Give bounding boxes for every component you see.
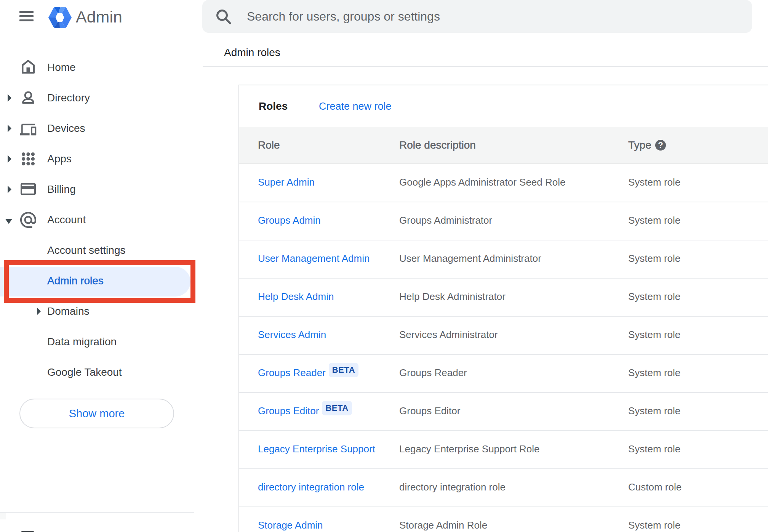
sidebar-item-directory[interactable]: Directory <box>0 83 194 113</box>
role-description-cell: Services Administrator <box>399 329 498 341</box>
table-row: Storage Admin Storage Admin Role System … <box>239 507 768 532</box>
beta-badge: BETA <box>322 401 352 415</box>
role-cell: directory integration role <box>258 481 364 493</box>
role-cell: Groups Editor BETA <box>258 404 352 418</box>
roles-card-header: Roles Create new role <box>239 85 768 127</box>
search-placeholder: Search for users, groups or settings <box>247 0 440 33</box>
expand-right-icon <box>8 125 11 132</box>
role-cell: Services Admin <box>258 329 326 341</box>
role-description-cell: Help Desk Administrator <box>399 291 506 303</box>
role-type-cell: System role <box>628 519 680 531</box>
apps-icon <box>22 152 35 165</box>
help-icon[interactable]: ? <box>655 140 666 151</box>
sidebar: Home Directory Devices Apps Billing Acco… <box>0 0 194 532</box>
role-link[interactable]: Super Admin <box>258 176 315 188</box>
sidebar-item-google-takeout[interactable]: Google Takeout <box>0 357 194 388</box>
role-cell: Legacy Enterprise Support <box>258 443 375 455</box>
devices-icon <box>20 123 37 135</box>
table-row: directory integration role directory int… <box>239 469 768 507</box>
sidebar-item-label: Directory <box>47 92 90 104</box>
sidebar-item-devices[interactable]: Devices <box>0 113 194 144</box>
role-type-cell: System role <box>628 215 680 226</box>
sidebar-item-account[interactable]: Account <box>0 205 194 235</box>
at-icon <box>20 212 36 228</box>
role-type-cell: System role <box>628 405 680 417</box>
table-row: Legacy Enterprise Support Legacy Enterpr… <box>239 431 768 469</box>
role-cell: Groups Admin <box>258 215 321 226</box>
scrollbar-corner <box>0 513 6 519</box>
beta-badge: BETA <box>329 363 358 377</box>
table-row: Groups Reader BETA Groups Reader System … <box>239 355 768 393</box>
sidebar-item-label: Devices <box>47 122 85 135</box>
app-title: Admin <box>76 8 122 26</box>
table-row: Services Admin Services Administrator Sy… <box>239 317 768 355</box>
table-row: Help Desk Admin Help Desk Administrator … <box>239 279 768 317</box>
table-row: Groups Editor BETA Groups Editor System … <box>239 393 768 431</box>
expand-right-icon <box>37 308 41 315</box>
title-divider <box>203 66 768 67</box>
role-link[interactable]: directory integration role <box>258 481 364 493</box>
page-title: Admin roles <box>224 46 280 59</box>
sidebar-item-data-migration[interactable]: Data migration <box>0 327 194 357</box>
hamburger-menu-icon[interactable] <box>19 11 34 21</box>
role-type-cell: System role <box>628 329 680 341</box>
role-description-cell: Groups Administrator <box>399 215 492 226</box>
table-row: Super Admin Google Apps Administrator Se… <box>239 164 768 202</box>
table-row: User Management Admin User Management Ad… <box>239 240 768 279</box>
create-new-role-link[interactable]: Create new role <box>319 100 392 112</box>
billing-icon <box>21 184 36 195</box>
search-icon <box>213 6 232 27</box>
role-description-cell: Groups Reader <box>399 367 467 379</box>
expand-right-icon <box>8 94 11 102</box>
role-cell: Super Admin <box>258 176 315 188</box>
role-link[interactable]: Groups Reader <box>258 367 326 379</box>
role-type-cell: System role <box>628 253 680 264</box>
sidebar-item-label: Account settings <box>47 244 125 256</box>
role-link[interactable]: Groups Editor <box>258 405 319 417</box>
role-type-cell: System role <box>628 176 680 188</box>
role-description-cell: Groups Editor <box>399 405 460 417</box>
column-header-role-description[interactable]: Role description <box>399 127 476 163</box>
role-description-cell: User Management Administrator <box>399 253 541 264</box>
role-type-cell: System role <box>628 291 680 303</box>
sidebar-item-label: Billing <box>47 183 76 195</box>
role-link[interactable]: Legacy Enterprise Support <box>258 443 375 455</box>
search-bar[interactable]: Search for users, groups or settings <box>202 0 752 33</box>
role-link[interactable]: Services Admin <box>258 329 326 341</box>
role-description-cell: directory integration role <box>399 481 506 493</box>
roles-table-body: Super Admin Google Apps Administrator Se… <box>239 164 768 532</box>
role-description-cell: Storage Admin Role <box>399 519 487 531</box>
role-cell: Groups Reader BETA <box>258 365 358 380</box>
role-description-cell: Google Apps Administrator Seed Role <box>399 176 565 188</box>
column-header-role[interactable]: Role <box>258 127 280 163</box>
sidebar-item-billing[interactable]: Billing <box>0 174 194 205</box>
role-cell: Help Desk Admin <box>258 291 334 303</box>
sidebar-item-label: Domains <box>47 305 89 317</box>
role-link[interactable]: User Management Admin <box>258 253 370 264</box>
sidebar-item-apps[interactable]: Apps <box>0 144 194 174</box>
home-icon <box>22 61 35 75</box>
column-header-type[interactable]: Type <box>628 127 651 163</box>
table-header-row: Role Role description Type ? <box>239 127 768 164</box>
google-admin-logo-icon <box>48 7 72 30</box>
roles-card-title: Roles <box>259 100 288 112</box>
expand-right-icon <box>8 186 11 193</box>
role-link[interactable]: Groups Admin <box>258 215 321 226</box>
role-cell: Storage Admin <box>258 519 323 531</box>
sidebar-item-home[interactable]: Home <box>0 52 194 83</box>
annotation-box <box>4 260 195 303</box>
role-cell: User Management Admin <box>258 253 370 264</box>
table-row: Groups Admin Groups Administrator System… <box>239 202 768 240</box>
show-more-button[interactable]: Show more <box>19 399 174 428</box>
sidebar-item-label: Apps <box>47 153 72 165</box>
role-link[interactable]: Help Desk Admin <box>258 291 334 303</box>
roles-card: Roles Create new role Role Role descript… <box>238 85 768 532</box>
role-type-cell: System role <box>628 443 680 455</box>
person-icon <box>22 92 34 104</box>
role-type-cell: Custom role <box>628 481 682 493</box>
role-description-cell: Legacy Enterprise Support Role <box>399 443 540 455</box>
sidebar-divider <box>0 512 194 513</box>
role-link[interactable]: Storage Admin <box>258 519 323 531</box>
collapse-down-icon <box>5 219 12 224</box>
sidebar-item-label: Google Takeout <box>47 366 122 378</box>
